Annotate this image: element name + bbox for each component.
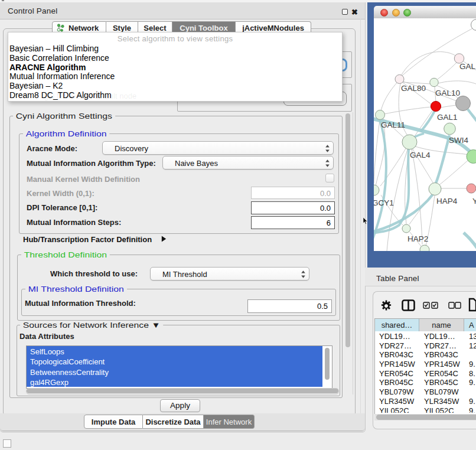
svg-text:GAL10: GAL10 — [435, 89, 460, 97]
svg-text:HAP4: HAP4 — [436, 197, 458, 206]
svg-text:GAL1: GAL1 — [437, 113, 458, 122]
svg-text:GCY1: GCY1 — [374, 198, 394, 207]
svg-text:GAL11: GAL11 — [381, 120, 405, 129]
svg-text:HAP2: HAP2 — [407, 234, 428, 243]
svg-text:GAL80: GAL80 — [401, 84, 426, 93]
svg-text:SWI4: SWI4 — [449, 136, 468, 145]
svg-text:Y: Y — [472, 197, 476, 206]
svg-text:GAL: GAL — [459, 62, 476, 71]
svg-text:GAL4: GAL4 — [410, 151, 431, 159]
